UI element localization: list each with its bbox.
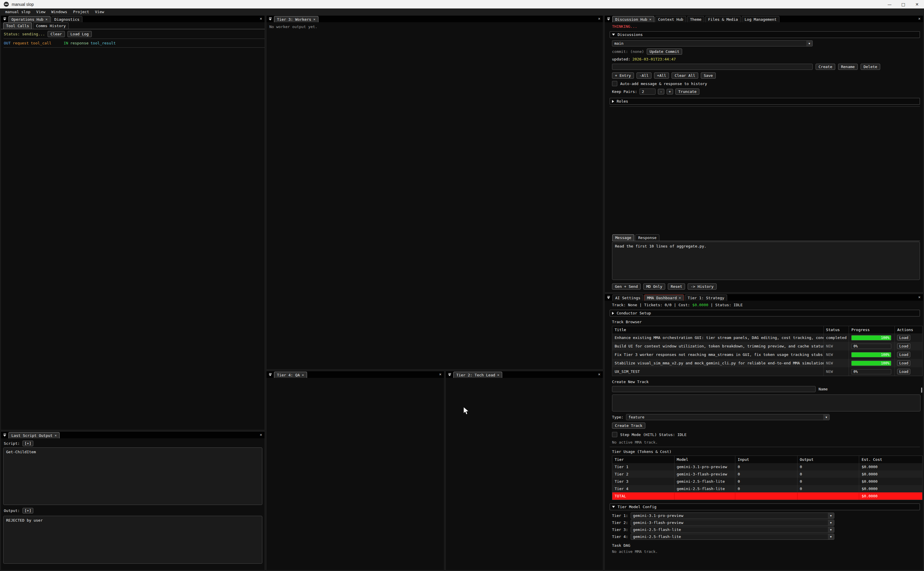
chevron-down-icon: ▼ xyxy=(828,527,834,532)
md-only-button[interactable]: MD Only xyxy=(643,284,665,290)
tab-close-icon[interactable]: ✕ xyxy=(497,373,499,377)
tab-theme[interactable]: Theme xyxy=(687,16,704,22)
tab-discussion-hub[interactable]: Discussion Hub ✕ xyxy=(612,16,654,22)
to-history-button[interactable]: -> History xyxy=(688,284,716,290)
track-name-input[interactable] xyxy=(612,386,816,392)
delete-button[interactable]: Delete xyxy=(861,64,880,70)
panel-close-icon[interactable]: ✕ xyxy=(598,16,600,21)
increment-button[interactable]: + xyxy=(667,89,673,94)
tab-operations-hub[interactable]: Operations Hub ✕ xyxy=(8,16,51,22)
subtab-tool-calls[interactable]: Tool Calls xyxy=(3,23,32,29)
track-type-select[interactable]: feature ▼ xyxy=(626,414,830,420)
tab-tier3-workers[interactable]: Tier 3: Workers ✕ xyxy=(274,16,319,22)
panel-close-icon[interactable]: ✕ xyxy=(439,372,441,377)
window-menu-icon[interactable] xyxy=(447,372,453,378)
window-menu-icon[interactable] xyxy=(2,16,8,22)
progress-bar: 100% xyxy=(851,361,891,366)
maximize-button[interactable]: □ xyxy=(896,0,910,8)
roles-header[interactable]: Roles xyxy=(610,98,920,105)
tab-log-management[interactable]: Log Management xyxy=(742,16,780,22)
tab-close-icon[interactable]: ✕ xyxy=(313,17,315,21)
step-mode-checkbox[interactable] xyxy=(612,432,617,437)
panel-close-icon[interactable]: ✕ xyxy=(260,16,262,21)
subtab-message[interactable]: Message xyxy=(612,235,634,241)
save-button[interactable]: Save xyxy=(701,73,716,79)
discussion-select[interactable]: main ▼ xyxy=(612,40,813,46)
update-commit-button[interactable]: Update Commit xyxy=(647,48,682,55)
add-entry-button[interactable]: + Entry xyxy=(612,73,634,79)
tab-mma-dashboard[interactable]: MMA Dashboard ✕ xyxy=(644,295,684,301)
window-menu-icon[interactable] xyxy=(605,16,611,22)
create-track-button[interactable]: Create Track xyxy=(612,423,645,429)
menu-windows[interactable]: Windows xyxy=(48,8,70,15)
scrollbar-thumb[interactable] xyxy=(921,387,922,393)
operations-subtabs: Tool Calls Comms History xyxy=(1,23,265,29)
output-textarea[interactable]: REJECTED by user xyxy=(3,516,262,564)
script-textarea[interactable]: Get-ChildItem xyxy=(3,448,262,505)
rename-button[interactable]: Rename xyxy=(838,64,858,70)
load-log-button[interactable]: Load Log xyxy=(68,31,92,37)
tier1-model-select[interactable]: gemini-3.1-pro-preview▼ xyxy=(631,512,834,519)
menu-view-2[interactable]: View xyxy=(92,8,107,15)
tab-tier4-qa[interactable]: Tier 4: QA ✕ xyxy=(274,372,307,378)
discussion-name-input[interactable] xyxy=(612,64,813,70)
tab-diagnostics[interactable]: Diagnostics xyxy=(51,16,82,22)
tier2-model-label: Tier 2: xyxy=(612,520,628,525)
tab-files-media[interactable]: Files & Media xyxy=(705,16,741,22)
clear-all-button[interactable]: Clear All xyxy=(671,73,698,79)
window-menu-icon[interactable] xyxy=(267,16,273,22)
tab-last-script-output[interactable]: Last Script Output ✕ xyxy=(8,432,60,438)
tier-model-config-header[interactable]: Tier Model Config xyxy=(610,503,920,510)
panel-close-icon[interactable]: ✕ xyxy=(598,372,600,377)
panel-close-icon[interactable]: ✕ xyxy=(260,432,262,437)
create-button[interactable]: Create xyxy=(816,64,835,70)
tab-close-icon[interactable]: ✕ xyxy=(302,373,304,377)
tab-ai-settings[interactable]: AI Settings xyxy=(612,295,643,301)
discussions-header[interactable]: Discussions xyxy=(610,31,920,38)
tab-tier1-strategy[interactable]: Tier 1: Strategy xyxy=(685,295,727,301)
output-expand-button[interactable]: [+] xyxy=(23,508,33,514)
reset-button[interactable]: Reset xyxy=(668,284,685,290)
window-title: manual slop xyxy=(12,2,34,7)
tier2-model-select[interactable]: gemini-3-flash-preview▼ xyxy=(631,520,834,526)
tier3-model-select[interactable]: gemini-2.5-flash-lite▼ xyxy=(631,526,834,533)
commit-label: commit: (none) xyxy=(612,49,644,54)
window-menu-icon[interactable] xyxy=(2,432,8,438)
decrement-button[interactable]: - xyxy=(658,89,664,94)
load-button[interactable]: Load xyxy=(897,352,910,357)
subtab-response[interactable]: Response xyxy=(635,235,660,241)
truncate-button[interactable]: Truncate xyxy=(675,88,700,95)
tab-tier2-tech-lead[interactable]: Tier 2: Tech Lead ✕ xyxy=(453,372,502,378)
window-menu-icon[interactable] xyxy=(267,372,273,378)
track-description-textarea[interactable] xyxy=(612,395,921,412)
message-textarea[interactable]: Read the first 10 lines of aggregate.py. xyxy=(612,242,920,280)
window-menu-icon[interactable] xyxy=(605,295,611,300)
close-button[interactable]: ✕ xyxy=(910,0,924,8)
progress-bar: 100% xyxy=(851,352,891,357)
minimize-button[interactable]: — xyxy=(883,0,896,8)
load-button[interactable]: Load xyxy=(897,335,910,340)
panel-close-icon[interactable]: ✕ xyxy=(918,16,921,21)
load-button[interactable]: Load xyxy=(897,369,910,374)
tier4-model-select[interactable]: gemini-2.5-flash-lite▼ xyxy=(631,534,834,540)
tab-close-icon[interactable]: ✕ xyxy=(679,296,681,300)
menu-manual-slop[interactable]: manual slop xyxy=(2,8,33,15)
tab-close-icon[interactable]: ✕ xyxy=(55,434,57,437)
tab-close-icon[interactable]: ✕ xyxy=(649,17,651,21)
subtab-comms-history[interactable]: Comms History xyxy=(33,23,69,29)
auto-add-checkbox[interactable] xyxy=(612,81,617,86)
tab-context-hub[interactable]: Context Hub xyxy=(655,16,686,22)
panel-close-icon[interactable]: ✕ xyxy=(918,295,921,299)
keep-pairs-input[interactable]: 2 xyxy=(639,88,656,95)
tab-close-icon[interactable]: ✕ xyxy=(46,17,48,21)
menu-view[interactable]: View xyxy=(33,8,48,15)
plus-all-button[interactable]: +All xyxy=(654,73,669,79)
script-expand-button[interactable]: [+] xyxy=(23,441,33,446)
minus-all-button[interactable]: -All xyxy=(636,73,651,79)
menu-project[interactable]: Project xyxy=(70,8,92,15)
load-button[interactable]: Load xyxy=(897,360,910,366)
load-button[interactable]: Load xyxy=(897,343,910,349)
conductor-setup-header[interactable]: Conductor Setup xyxy=(610,310,920,316)
gen-send-button[interactable]: Gen + Send xyxy=(612,284,641,290)
clear-button[interactable]: Clear xyxy=(48,31,65,37)
